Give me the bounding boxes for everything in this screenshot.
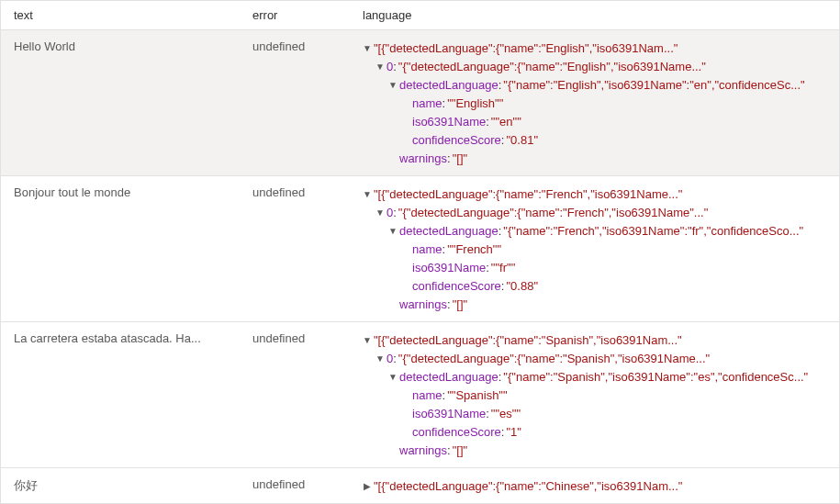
expand-caret-icon[interactable]: ▼	[363, 39, 372, 58]
tree-value: "{"detectedLanguage":{"name":"French","i…	[398, 204, 708, 222]
tree-leaf-warnings: warnings: "[]"	[363, 296, 826, 314]
tree-node-index[interactable]: ▼0: "{"detectedLanguage":{"name":"Spanis…	[363, 350, 826, 368]
tree-leaf-conf: confidenceScore: "0.81"	[363, 131, 826, 150]
cell-language: ▶"[{"detectedLanguage":{"name":"Chinese"…	[350, 477, 839, 496]
tree-value: "[{"detectedLanguage":{"name":"French","…	[374, 185, 682, 204]
cell-text: Hello World	[1, 39, 240, 168]
tree-value: ""French""	[447, 241, 501, 259]
header-error[interactable]: error	[240, 1, 350, 29]
tree-value: "{"name":"Spanish","iso6391Name":"es","c…	[503, 368, 808, 386]
expand-caret-icon[interactable]: ▼	[388, 76, 398, 95]
expand-caret-icon[interactable]: ▶	[363, 477, 372, 496]
tree-key: 0	[386, 204, 393, 222]
tree-node-index[interactable]: ▼0: "{"detectedLanguage":{"name":"Englis…	[363, 58, 826, 76]
tree-leaf-warnings: warnings: "[]"	[363, 442, 826, 460]
tree-key: iso6391Name	[412, 259, 486, 277]
tree-leaf-name: name: ""English""	[363, 95, 826, 113]
tree-key: 0	[386, 350, 393, 368]
tree-root[interactable]: ▼"[{"detectedLanguage":{"name":"Spanish"…	[363, 331, 826, 350]
cell-text: La carretera estaba atascada. Ha...	[1, 331, 240, 460]
expand-caret-icon[interactable]: ▼	[363, 185, 372, 204]
tree-node-index[interactable]: ▼0: "{"detectedLanguage":{"name":"French…	[363, 204, 826, 222]
tree-value: "{"name":"French","iso6391Name":"fr","co…	[503, 222, 803, 241]
cell-text: Bonjour tout le monde	[1, 185, 240, 314]
tree-leaf-iso: iso6391Name: ""en""	[363, 113, 826, 131]
tree-key: confidenceScore	[412, 131, 501, 150]
tree-value: "1"	[506, 423, 521, 442]
header-text[interactable]: text	[1, 1, 240, 29]
tree-value: "{"name":"English","iso6391Name":"en","c…	[503, 76, 804, 95]
tree-root[interactable]: ▶"[{"detectedLanguage":{"name":"Chinese"…	[363, 477, 826, 496]
tree-leaf-conf: confidenceScore: "0.88"	[363, 277, 826, 296]
header-language[interactable]: language	[350, 1, 839, 29]
tree-node-detectedlanguage[interactable]: ▼detectedLanguage: "{"name":"French","is…	[363, 222, 826, 241]
tree-leaf-name: name: ""French""	[363, 241, 826, 259]
tree-key: name	[412, 241, 442, 259]
table-body: Hello Worldundefined▼"[{"detectedLanguag…	[1, 30, 839, 504]
cell-language: ▼"[{"detectedLanguage":{"name":"Spanish"…	[350, 331, 839, 460]
tree-key: confidenceScore	[412, 423, 501, 442]
expand-caret-icon[interactable]: ▼	[375, 58, 385, 76]
tree-value: "{"detectedLanguage":{"name":"Spanish","…	[398, 350, 710, 368]
expand-caret-icon[interactable]: ▼	[375, 350, 385, 368]
tree-value: "[{"detectedLanguage":{"name":"English",…	[374, 39, 678, 58]
table-row: 你好undefined▶"[{"detectedLanguage":{"name…	[1, 468, 839, 504]
tree-key: iso6391Name	[412, 405, 486, 423]
tree-node-detectedlanguage[interactable]: ▼detectedLanguage: "{"name":"Spanish","i…	[363, 368, 826, 386]
cell-error: undefined	[240, 477, 350, 496]
tree-value: ""English""	[447, 95, 503, 113]
tree-key: 0	[386, 58, 393, 76]
tree-key: name	[412, 95, 442, 113]
tree-value: ""en""	[491, 113, 521, 131]
expand-caret-icon[interactable]: ▼	[388, 368, 398, 386]
tree-leaf-warnings: warnings: "[]"	[363, 150, 826, 168]
tree-value: "[{"detectedLanguage":{"name":"Spanish",…	[374, 331, 682, 350]
tree-leaf-name: name: ""Spanish""	[363, 386, 826, 405]
cell-error: undefined	[240, 331, 350, 460]
tree-key: warnings	[399, 150, 447, 168]
expand-caret-icon[interactable]: ▼	[388, 222, 398, 241]
tree-value: "[]"	[453, 442, 467, 460]
table-row: La carretera estaba atascada. Ha...undef…	[1, 322, 839, 468]
tree-leaf-iso: iso6391Name: ""es""	[363, 405, 826, 423]
tree-value: ""Spanish""	[447, 386, 507, 405]
table-row: Bonjour tout le mondeundefined▼"[{"detec…	[1, 176, 839, 322]
table-row: Hello Worldundefined▼"[{"detectedLanguag…	[1, 30, 839, 176]
cell-language: ▼"[{"detectedLanguage":{"name":"French",…	[350, 185, 839, 314]
expand-caret-icon[interactable]: ▼	[375, 204, 385, 222]
tree-value: "0.88"	[506, 277, 538, 296]
tree-key: iso6391Name	[412, 113, 486, 131]
tree-root[interactable]: ▼"[{"detectedLanguage":{"name":"French",…	[363, 185, 826, 204]
tree-key: detectedLanguage	[399, 222, 498, 241]
tree-node-detectedlanguage[interactable]: ▼detectedLanguage: "{"name":"English","i…	[363, 76, 826, 95]
tree-value: "{"detectedLanguage":{"name":"English","…	[398, 58, 706, 76]
tree-value: "[]"	[453, 150, 467, 168]
tree-key: detectedLanguage	[399, 368, 498, 386]
tree-key: warnings	[399, 296, 447, 314]
cell-language: ▼"[{"detectedLanguage":{"name":"English"…	[350, 39, 839, 168]
table-header-row: text error language	[1, 0, 839, 30]
tree-value: "0.81"	[506, 131, 538, 150]
tree-value: "[{"detectedLanguage":{"name":"Chinese",…	[374, 477, 682, 496]
tree-value: "[]"	[453, 296, 467, 314]
results-table: text error language Hello Worldundefined…	[0, 0, 840, 504]
tree-root[interactable]: ▼"[{"detectedLanguage":{"name":"English"…	[363, 39, 826, 58]
cell-text: 你好	[1, 477, 240, 496]
cell-error: undefined	[240, 39, 350, 168]
tree-key: confidenceScore	[412, 277, 501, 296]
tree-value: ""fr""	[491, 259, 515, 277]
tree-leaf-iso: iso6391Name: ""fr""	[363, 259, 826, 277]
tree-value: ""es""	[491, 405, 521, 423]
cell-error: undefined	[240, 185, 350, 314]
tree-key: name	[412, 386, 442, 405]
tree-key: detectedLanguage	[399, 76, 498, 95]
tree-leaf-conf: confidenceScore: "1"	[363, 423, 826, 442]
expand-caret-icon[interactable]: ▼	[363, 331, 372, 350]
tree-key: warnings	[399, 442, 447, 460]
